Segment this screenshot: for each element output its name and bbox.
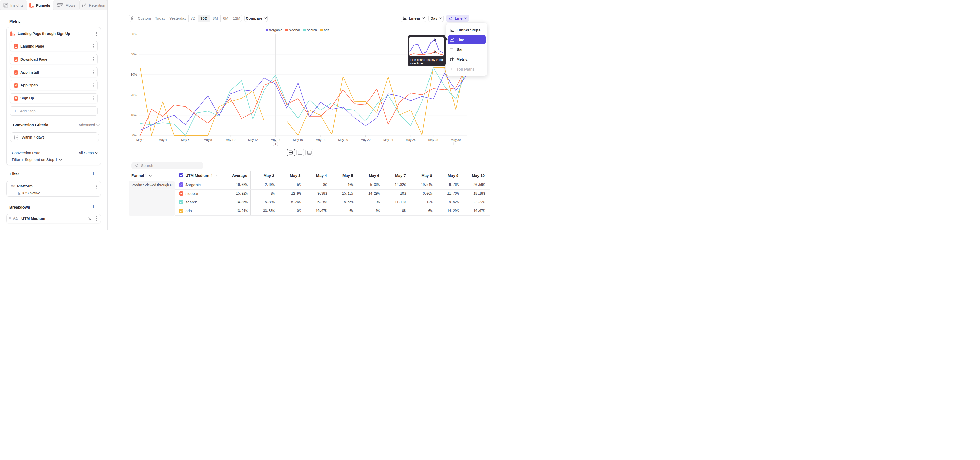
svg-text:May 30: May 30 (451, 138, 461, 142)
svg-text:May 28: May 28 (428, 138, 438, 142)
svg-text:May 26: May 26 (406, 138, 416, 142)
svg-text:May 6: May 6 (181, 138, 189, 142)
svg-text:1: 1 (455, 142, 457, 145)
svg-text:May 4: May 4 (159, 138, 167, 142)
svg-text:10%: 10% (131, 113, 137, 117)
svg-text:May 2: May 2 (136, 138, 145, 142)
svg-text:May 16: May 16 (293, 138, 303, 142)
svg-text:30%: 30% (131, 73, 137, 77)
svg-text:May 8: May 8 (204, 138, 212, 142)
svg-text:May 18: May 18 (316, 138, 326, 142)
svg-text:May 24: May 24 (383, 138, 393, 142)
svg-text:May 22: May 22 (361, 138, 371, 142)
svg-text:0%: 0% (132, 134, 137, 137)
svg-text:40%: 40% (131, 53, 137, 56)
svg-text:May 14: May 14 (270, 138, 280, 142)
svg-text:20%: 20% (131, 93, 137, 97)
svg-text:May 12: May 12 (248, 138, 258, 142)
svg-text:May 20: May 20 (338, 138, 348, 142)
svg-text:May 10: May 10 (226, 138, 235, 142)
svg-text:50%: 50% (131, 32, 137, 36)
svg-text:1: 1 (275, 142, 276, 145)
